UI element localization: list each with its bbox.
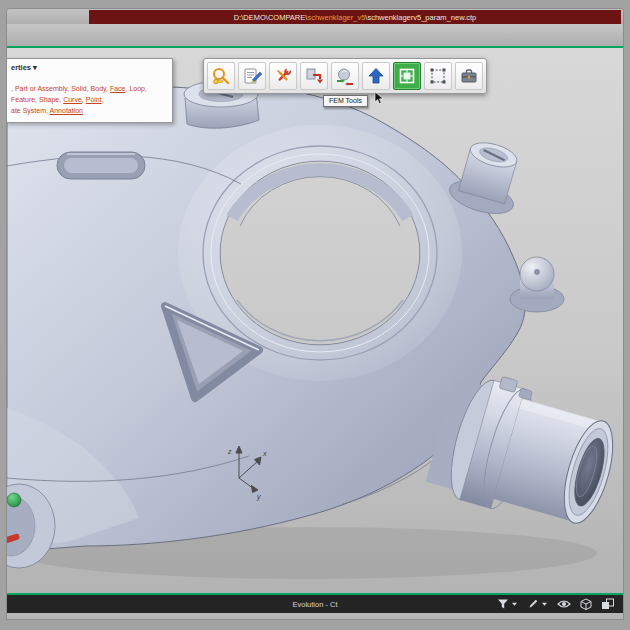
wrench-screwdriver-icon [273,66,293,86]
panel-header-label: erties [11,63,31,72]
publish-button[interactable] [362,62,390,90]
axis-y-label: y [256,493,261,501]
repair-tools-button[interactable] [269,62,297,90]
document-tab[interactable]: D:\DEMO\COMPARE\schwenklager_v5\schwenkl… [89,10,621,24]
filter-line-1: , Part or Assembly, Solid, Body, Face, L… [11,83,167,94]
toolbox-case-icon [459,66,479,86]
filter-line-3: ate System, Annotation [11,105,167,116]
document-path-prefix: D:\DEMO\COMPARE\ [234,13,308,22]
statusbar: Evolution - Ct [7,595,623,613]
filter-funnel-icon [497,598,509,610]
pencil-note-icon [242,66,262,86]
floating-toolbar [203,58,487,94]
toolbox-button[interactable] [455,62,483,90]
annotate-button[interactable] [238,62,266,90]
export-stack-button[interactable] [601,598,615,610]
compare-sphere-icon [335,66,355,86]
visibility-button[interactable] [557,599,571,609]
filter-link-face[interactable]: Face [110,85,126,92]
green-marker-sphere [7,493,21,507]
zoom-key-button[interactable] [207,62,235,90]
mouse-cursor-icon [374,91,384,105]
app-window: D:\DEMO\COMPARE\schwenklager_v5\schwenkl… [6,8,624,620]
3d-viewport[interactable]: z x y [7,48,623,593]
filter-text: ate System, [11,107,50,114]
chevron-down-icon: ▾ [33,63,37,72]
window-bottom-edge [7,613,623,619]
cube-stack-icon [601,598,615,610]
eye-icon [557,599,571,609]
filter-link-curve[interactable]: Curve [63,96,82,103]
transform-select-button[interactable] [424,62,452,90]
fem-tools-button[interactable] [393,62,421,90]
filter-text: , Loop, [126,85,147,92]
filter-button[interactable] [497,598,518,610]
model-slot-pocket [57,152,145,179]
probe-pencil-icon [527,598,539,610]
export-red-arrow-icon [304,66,324,86]
filter-link-point[interactable]: Point [86,96,102,103]
probe-button[interactable] [527,598,548,610]
axis-x-label: x [262,450,267,457]
filter-text: Feature, Shape, [11,96,63,103]
filter-line-2: Feature, Shape, Curve, Point, [11,94,167,105]
axis-z-label: z [227,448,232,455]
model-main-cylinder [423,364,623,537]
selection-filter-panel: erties ▾ , Part or Assembly, Solid, Body… [7,58,173,123]
fem-mesh-icon [397,66,417,86]
fem-tools-tooltip: FEM Tools [323,95,368,107]
titlebar: D:\DEMO\COMPARE\schwenklager_v5\schwenkl… [7,9,623,24]
caret-down-icon [511,602,518,607]
filter-text: , Part or Assembly, Solid, Body, [11,85,110,92]
statusbar-label: Evolution - Ct [292,600,337,609]
document-path-suffix: \schwenklagerv5_param_new.ctp [365,13,476,22]
statusbar-icons [497,595,615,613]
view-cube-icon [580,598,592,611]
blue-up-arrow-icon [366,66,386,86]
panel-header[interactable]: erties ▾ [11,62,167,74]
view-cube-button[interactable] [580,598,592,611]
desktop-background: D:\DEMO\COMPARE\schwenklager_v5\schwenkl… [0,0,630,630]
filter-link-annotation[interactable]: Annotation [50,107,83,114]
compare-solids-button[interactable] [331,62,359,90]
magnifier-key-icon [211,66,231,86]
selection-handles-icon [428,66,448,86]
template-export-button[interactable] [300,62,328,90]
document-path-highlight: schwenklager_v5 [307,13,365,22]
caret-down-icon [541,602,548,607]
menu-strip [7,24,623,46]
viewport-area: z x y erties ▾ , Part or Assembly, Solid… [7,48,623,593]
filter-text: , [102,96,104,103]
